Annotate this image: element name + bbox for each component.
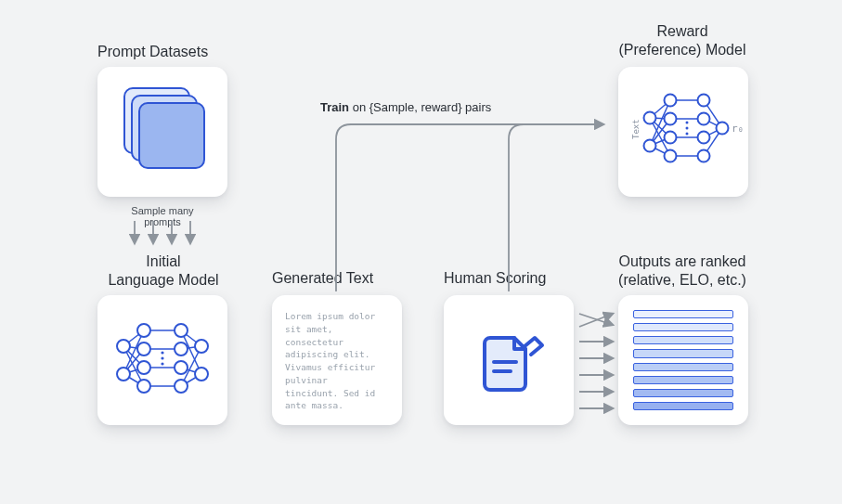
svg-point-18 xyxy=(161,351,163,354)
svg-point-64 xyxy=(717,123,729,135)
diagram-stage: { "titles": { "prompt_datasets": "Prompt… xyxy=(0,0,842,504)
label-sample-prompts: Sample many prompts xyxy=(111,205,214,227)
card-ranked-outputs xyxy=(618,295,748,425)
card-initial-lm xyxy=(97,295,227,425)
svg-point-27 xyxy=(175,324,188,337)
svg-point-51 xyxy=(686,122,689,124)
svg-point-31 xyxy=(195,340,208,353)
svg-point-63 xyxy=(698,150,710,162)
svg-point-28 xyxy=(175,342,188,355)
label-train-on-pairs: Train on {Sample, reward} pairs xyxy=(320,100,491,114)
svg-line-69 xyxy=(579,314,613,325)
svg-point-52 xyxy=(686,127,689,130)
card-reward-model: Text r₀ xyxy=(618,67,748,197)
ranked-bars-icon xyxy=(633,310,733,410)
svg-point-58 xyxy=(665,132,677,144)
svg-point-19 xyxy=(161,356,163,359)
arrow-train-bus xyxy=(336,124,603,291)
rank-bar xyxy=(633,310,733,318)
document-edit-icon xyxy=(444,295,574,425)
svg-point-32 xyxy=(195,368,208,381)
reward-model-input-label: Text xyxy=(631,119,641,139)
title-reward-model: Reward (Preference) Model xyxy=(599,22,766,59)
svg-point-21 xyxy=(117,340,130,353)
card-prompt-datasets xyxy=(97,67,227,197)
svg-point-20 xyxy=(161,362,163,365)
rank-bar xyxy=(633,389,733,397)
svg-point-24 xyxy=(137,342,150,355)
svg-line-70 xyxy=(579,314,613,327)
arrows-to-ranked xyxy=(579,314,613,408)
title-human-scoring: Human Scoring xyxy=(444,269,592,288)
title-generated-text: Generated Text xyxy=(272,269,421,288)
svg-point-23 xyxy=(137,324,150,337)
svg-point-26 xyxy=(137,380,150,393)
title-ranked-outputs: Outputs are ranked (relative, ELO, etc.) xyxy=(603,252,761,290)
rank-bar xyxy=(633,376,733,384)
title-initial-lm: Initial Language Model xyxy=(94,252,233,290)
svg-point-59 xyxy=(665,150,677,162)
rank-bar xyxy=(633,363,733,371)
card-human-scoring xyxy=(444,295,574,425)
generated-text-body: Lorem ipsum dolor sit amet, consectetur … xyxy=(285,310,389,410)
dataset-stack-icon xyxy=(138,102,205,169)
title-prompt-datasets: Prompt Datasets xyxy=(97,43,246,61)
rank-bar xyxy=(633,336,733,344)
svg-point-25 xyxy=(137,361,150,374)
svg-point-53 xyxy=(686,133,689,136)
neural-net-icon xyxy=(97,295,227,425)
svg-point-29 xyxy=(175,361,188,374)
card-generated-text: Lorem ipsum dolor sit amet, consectetur … xyxy=(272,295,402,425)
svg-point-22 xyxy=(117,368,130,381)
svg-point-56 xyxy=(665,95,677,107)
svg-point-61 xyxy=(698,113,710,125)
svg-point-30 xyxy=(175,380,188,393)
rank-bar xyxy=(633,323,733,331)
svg-point-55 xyxy=(644,140,656,152)
neural-net-icon: Text r₀ xyxy=(618,67,748,197)
svg-point-57 xyxy=(665,113,677,125)
rank-bar xyxy=(633,349,733,357)
svg-point-54 xyxy=(644,112,656,124)
reward-model-output-symbol: r₀ xyxy=(732,123,744,135)
svg-point-60 xyxy=(698,95,710,107)
svg-point-62 xyxy=(698,132,710,144)
rank-bar xyxy=(633,402,733,410)
